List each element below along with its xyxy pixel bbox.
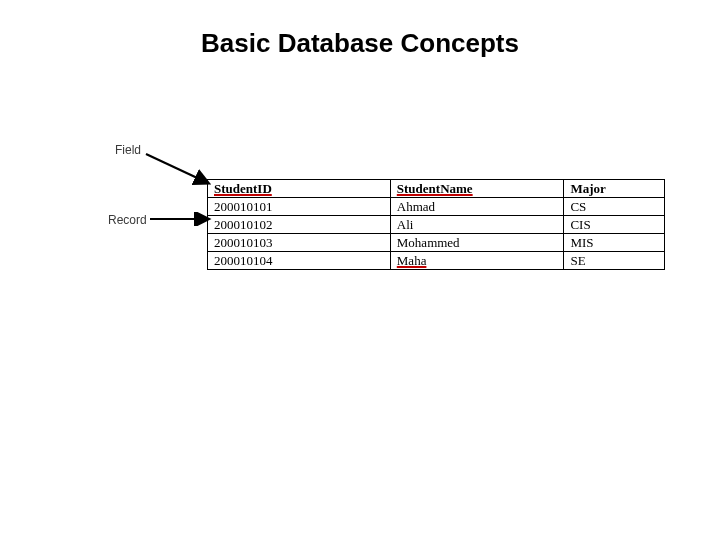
page-title: Basic Database Concepts [0,28,720,59]
cell-id: 200010102 [208,216,391,234]
table-header-row: StudentID StudentName Major [208,180,665,198]
col-header-major: Major [564,180,665,198]
col-header-id: StudentID [208,180,391,198]
col-header-name: StudentName [390,180,564,198]
cell-name: Maha [390,252,564,270]
record-label: Record [108,213,147,227]
cell-name: Ali [390,216,564,234]
cell-major: MIS [564,234,665,252]
table-row: 200010104 Maha SE [208,252,665,270]
cell-major: CIS [564,216,665,234]
table-row: 200010101 Ahmad CS [208,198,665,216]
arrow-record-icon [148,212,214,226]
table-row: 200010103 Mohammed MIS [208,234,665,252]
cell-id: 200010103 [208,234,391,252]
cell-id: 200010104 [208,252,391,270]
cell-name: Mohammed [390,234,564,252]
field-label: Field [115,143,141,157]
cell-major: SE [564,252,665,270]
table-row: 200010102 Ali CIS [208,216,665,234]
cell-name: Ahmad [390,198,564,216]
cell-id: 200010101 [208,198,391,216]
svg-line-0 [146,154,208,183]
cell-major: CS [564,198,665,216]
arrow-field-icon [144,150,216,190]
student-table: StudentID StudentName Major 200010101 Ah… [207,179,665,270]
